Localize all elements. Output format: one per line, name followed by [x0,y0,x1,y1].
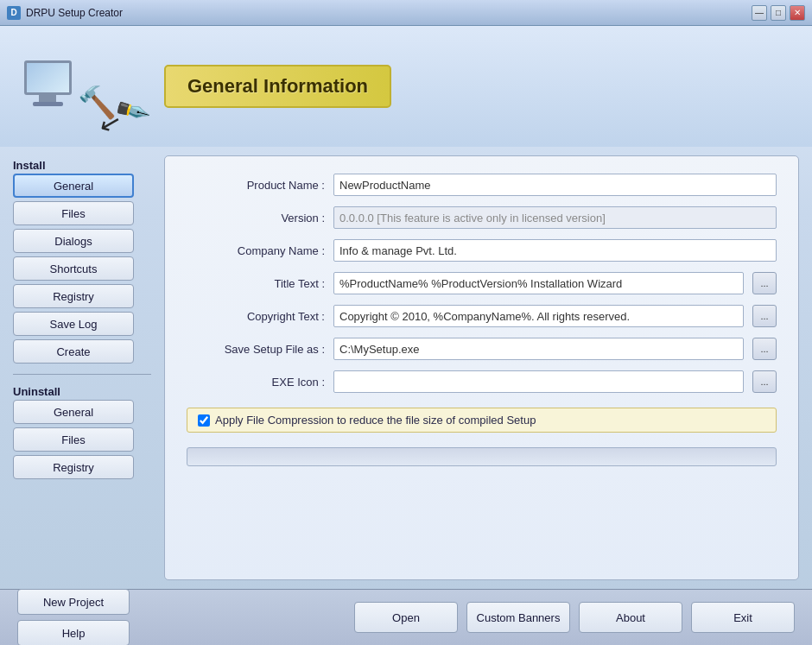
exit-button[interactable]: Exit [691,602,795,633]
sidebar: Install General Files Dialogs Shortcuts … [13,155,151,580]
title-text-browse-button[interactable]: ... [752,272,777,294]
sidebar-btn-un-general[interactable]: General [13,400,134,424]
maximize-button[interactable]: □ [771,5,786,21]
main-window: 🔨 ✒️ ↙ General Information Install Gener… [0,26,812,645]
header-title: General Information [164,65,391,108]
app-icon: D [7,6,21,20]
sidebar-separator [13,374,151,375]
product-name-row: Product Name : [187,174,777,196]
form-panel: Product Name : Version : Company Name : … [164,155,799,580]
version-input [333,206,777,229]
version-row: Version : [187,206,777,229]
product-name-label: Product Name : [187,179,325,192]
sidebar-btn-savelog[interactable]: Save Log [13,312,134,336]
title-text-label: Title Text : [187,277,325,290]
title-bar: D DRPU Setup Creator — □ ✕ [0,0,812,26]
bottom-bar: New Project Help Open Custom Banners Abo… [0,589,812,645]
header-icons: 🔨 ✒️ [17,60,147,112]
help-button[interactable]: Help [17,620,130,645]
copyright-text-input[interactable] [333,305,744,327]
version-label: Version : [187,212,325,224]
window-controls: — □ ✕ [752,5,805,21]
exe-icon-row: EXE Icon : ... [187,370,777,393]
bottom-right-buttons: Open Custom Banners About Exit [354,602,795,633]
exe-icon-label: EXE Icon : [187,376,325,389]
minimize-button[interactable]: — [752,5,767,21]
compression-checkbox[interactable] [198,414,210,427]
sidebar-btn-create[interactable]: Create [13,339,134,364]
copyright-text-browse-button[interactable]: ... [752,305,777,327]
sidebar-btn-dialogs[interactable]: Dialogs [13,229,134,253]
compression-checkbox-row: Apply File Compression to reduce the fil… [187,408,777,433]
compression-checkbox-label: Apply File Compression to reduce the fil… [215,414,536,427]
sidebar-btn-un-registry[interactable]: Registry [13,455,134,479]
close-button[interactable]: ✕ [790,5,805,21]
content-area: Install General Files Dialogs Shortcuts … [0,147,812,589]
exe-icon-browse-button[interactable]: ... [752,370,777,393]
title-text-input[interactable] [333,272,744,294]
save-setup-browse-button[interactable]: ... [752,338,777,360]
product-name-input[interactable] [333,174,777,196]
sidebar-btn-shortcuts[interactable]: Shortcuts [13,256,134,281]
progress-bar [187,447,777,466]
copyright-text-label: Copyright Text : [187,310,325,323]
copyright-text-row: Copyright Text : ... [187,305,777,327]
new-project-button[interactable]: New Project [17,589,130,615]
sidebar-btn-files[interactable]: Files [13,201,134,225]
title-text-row: Title Text : ... [187,272,777,294]
save-setup-input[interactable] [333,338,744,360]
open-button[interactable]: Open [354,602,458,633]
monitor-icon [17,60,78,112]
sidebar-btn-un-files[interactable]: Files [13,427,134,452]
sidebar-btn-registry[interactable]: Registry [13,284,134,308]
app-title: DRPU Setup Creator [26,7,123,19]
save-setup-row: Save Setup File as : ... [187,338,777,360]
uninstall-section-label: Uninstall [13,382,151,400]
sidebar-btn-general[interactable]: General [13,174,134,198]
about-button[interactable]: About [579,602,682,633]
install-section-label: Install [13,155,151,174]
custom-banners-button[interactable]: Custom Banners [466,602,570,633]
company-name-label: Company Name : [187,244,325,257]
save-setup-label: Save Setup File as : [187,343,325,356]
exe-icon-input[interactable] [333,370,744,393]
company-name-row: Company Name : [187,239,777,262]
company-name-input[interactable] [333,239,777,262]
bottom-left-buttons: New Project Help [17,589,130,645]
header-area: 🔨 ✒️ ↙ General Information [0,26,812,147]
